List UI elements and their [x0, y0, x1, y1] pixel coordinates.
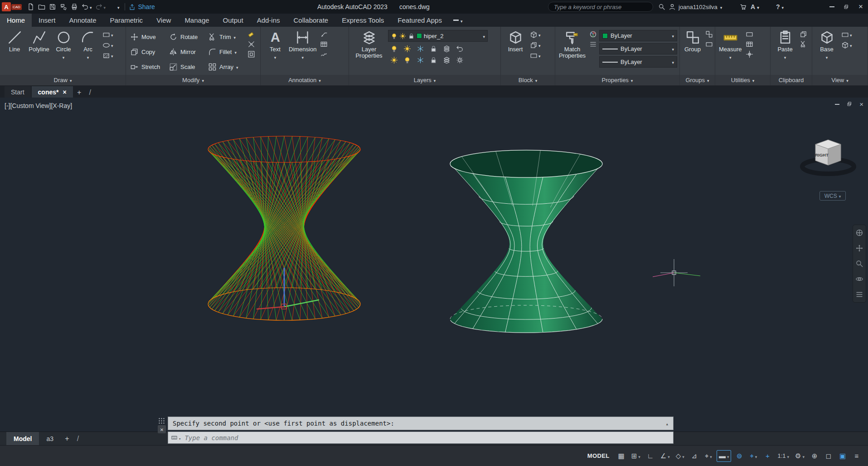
command-history-up-icon[interactable] — [665, 420, 669, 427]
share-button[interactable]: Share — [129, 3, 155, 10]
linetype-dropdown[interactable]: ByLayer — [599, 56, 677, 68]
text-button[interactable]: Text — [263, 28, 287, 75]
zoom-icon[interactable] — [854, 259, 864, 269]
offset-button[interactable] — [247, 50, 255, 58]
autodesk-app-button[interactable]: A — [751, 0, 759, 14]
lineweight-icon[interactable]: ▬ — [717, 450, 732, 462]
start-tab[interactable]: Start — [5, 86, 31, 98]
layer-unisolate-button[interactable] — [402, 55, 412, 64]
layer-freeze-button[interactable] — [416, 44, 425, 53]
snap-mode-icon[interactable]: ⊞ — [630, 450, 642, 462]
orbit-icon[interactable] — [854, 274, 864, 284]
annotation-monitor-icon[interactable]: ⊕ — [809, 450, 820, 462]
ellipse-button[interactable] — [102, 41, 113, 49]
tab-insert[interactable]: Insert — [32, 14, 63, 27]
viewport-restore-icon[interactable] — [847, 100, 852, 108]
match-properties-button[interactable]: Match Properties — [558, 28, 587, 75]
search-input[interactable] — [548, 2, 653, 12]
customization-icon[interactable]: ≡ — [851, 450, 863, 462]
array-button[interactable]: Array — [206, 59, 245, 74]
measure-button[interactable]: Measure — [718, 28, 743, 75]
write-block-button[interactable] — [530, 41, 541, 49]
redo-button[interactable] — [93, 1, 107, 12]
named-views-button[interactable] — [841, 41, 852, 49]
cones-tab[interactable]: cones* — [32, 86, 73, 98]
viewcube[interactable]: RIGHT — [802, 140, 854, 174]
help-button[interactable] — [776, 0, 784, 14]
open-file-button[interactable] — [36, 1, 47, 12]
layer-thaw-button[interactable] — [416, 55, 425, 64]
scale-button[interactable]: Scale — [167, 59, 206, 74]
new-drawing-tab-button[interactable] — [74, 88, 85, 98]
annotation-panel-label[interactable]: Annotation — [261, 75, 349, 85]
layer-dropdown[interactable]: hiper_2 — [388, 30, 488, 42]
block-panel-label[interactable]: Block — [501, 75, 555, 85]
layer-lock-button[interactable] — [429, 44, 438, 53]
model-tab[interactable]: Model — [6, 432, 39, 446]
annotation-scale-button[interactable]: 1:1 — [776, 450, 791, 462]
isodraft-icon[interactable]: ◇ — [674, 450, 686, 462]
move-button[interactable]: Move — [128, 29, 167, 44]
close-button[interactable] — [853, 0, 868, 14]
tab-collaborate[interactable]: Collaborate — [286, 14, 335, 27]
table-button[interactable] — [320, 40, 328, 48]
ortho-icon[interactable]: ∟ — [645, 450, 656, 462]
tab-annotate[interactable]: Annotate — [63, 14, 103, 27]
dimension-button[interactable]: Dimension — [287, 28, 318, 75]
paste-button[interactable]: Paste — [773, 28, 797, 75]
layout-a3-tab[interactable]: a3 — [39, 432, 61, 446]
selection-cycling-icon[interactable]: ⊚ — [733, 450, 745, 462]
tab-parametric[interactable]: Parametric — [103, 14, 150, 27]
tab-output[interactable]: Output — [216, 14, 250, 27]
autocad-logo[interactable]: A CAD — [2, 2, 22, 11]
layers-panel-label[interactable]: Layers — [349, 75, 500, 85]
command-input[interactable] — [184, 434, 670, 441]
layer-walk-button[interactable] — [442, 55, 451, 64]
id-point-button[interactable] — [746, 50, 753, 58]
properties-panel-label[interactable]: Properties — [555, 75, 679, 85]
cart-icon[interactable] — [738, 2, 749, 11]
layer-previous-button[interactable] — [455, 44, 464, 53]
layer-unlock-button[interactable] — [429, 55, 438, 64]
layer-on-button[interactable] — [389, 55, 398, 64]
tab-addins[interactable]: Add-ins — [250, 14, 287, 27]
clipboard-panel-label[interactable]: Clipboard — [771, 75, 812, 85]
account-menu[interactable]: joana1102silva — [669, 0, 722, 14]
draw-panel-label[interactable]: Draw — [0, 75, 126, 85]
cut-button[interactable] — [800, 40, 807, 48]
undo-button[interactable] — [80, 1, 94, 12]
tab-view[interactable]: View — [150, 14, 178, 27]
plot-button[interactable] — [69, 1, 80, 12]
properties-list-button[interactable] — [589, 40, 597, 48]
layer-properties-button[interactable]: Layer Properties — [351, 28, 387, 75]
qat-customize-button[interactable] — [107, 1, 121, 12]
group-edit-button[interactable] — [705, 40, 713, 48]
hatch-button[interactable] — [102, 51, 113, 59]
layer-match-button[interactable] — [442, 44, 451, 53]
save-as-button[interactable] — [58, 1, 69, 12]
stretch-button[interactable]: Stretch — [128, 59, 167, 74]
groups-panel-label[interactable]: Groups — [680, 75, 715, 85]
osnap-3d-icon[interactable]: ⌖ — [747, 450, 759, 462]
drawing-canvas[interactable]: RIGHT [-][Custom View][X-Ray] WCS — [0, 98, 868, 432]
viewport-config-button[interactable] — [841, 30, 852, 39]
rotate-button[interactable]: Rotate — [167, 29, 206, 44]
recent-commands-button[interactable] — [171, 433, 181, 442]
create-block-button[interactable] — [530, 30, 541, 39]
circle-button[interactable]: Circle — [51, 28, 76, 75]
markup-button[interactable] — [320, 50, 328, 58]
utilities-panel-label[interactable]: Utilities — [715, 75, 770, 85]
save-button[interactable] — [47, 1, 58, 12]
mirror-button[interactable]: Mirror — [167, 44, 206, 59]
viewport-minimize-icon[interactable] — [835, 104, 839, 105]
lineweight-dropdown[interactable]: ByLayer — [599, 43, 677, 54]
base-button[interactable]: Base — [815, 28, 839, 75]
insert-block-button[interactable]: Insert — [503, 28, 528, 75]
quick-select-button[interactable] — [746, 30, 753, 38]
rectangle-button[interactable] — [102, 30, 113, 39]
block-editor-button[interactable] — [530, 51, 541, 59]
model-space-button[interactable]: MODEL — [587, 452, 610, 459]
tab-manage[interactable]: Manage — [178, 14, 216, 27]
pan-icon[interactable] — [854, 243, 864, 253]
workspace-settings-icon[interactable]: ⚙ — [793, 450, 806, 462]
